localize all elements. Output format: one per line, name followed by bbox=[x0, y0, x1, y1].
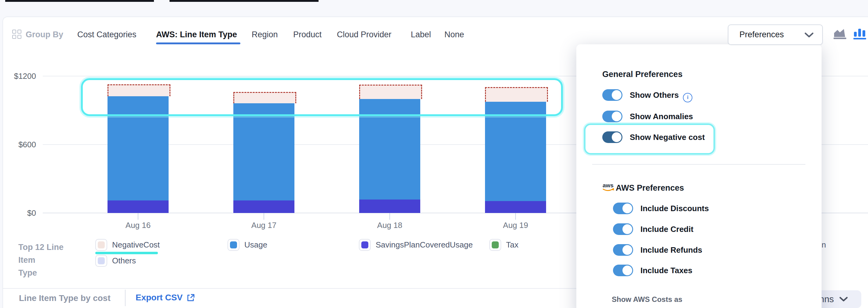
tab-cost-categories[interactable]: Cost Categories bbox=[77, 30, 136, 39]
toggle-label-show-anomalies: Show Anomalies bbox=[630, 111, 693, 122]
toggle-include-discounts[interactable] bbox=[613, 203, 633, 214]
area-chart-icon[interactable] bbox=[833, 28, 847, 41]
svg-text:aws: aws bbox=[602, 182, 614, 188]
bar-segment-usage-aug-18[interactable] bbox=[359, 98, 420, 199]
chevron-down-icon bbox=[804, 32, 814, 38]
table-section-title: Line Item Type by cost bbox=[19, 293, 111, 303]
bar-segment-usage-aug-16[interactable] bbox=[107, 95, 168, 200]
toggle-show-anomalies[interactable] bbox=[602, 111, 622, 122]
legend-title: Top 12 Line Item Type bbox=[18, 241, 83, 279]
toggle-label-show-others: Show Othersi bbox=[630, 89, 692, 102]
toggle-label-include-refunds: Include Refunds bbox=[641, 244, 702, 256]
bar-segment-negativecost-aug-18[interactable] bbox=[359, 85, 422, 99]
browser-edge-strip bbox=[169, 0, 318, 2]
external-link-icon bbox=[186, 293, 195, 302]
chevron-down-icon bbox=[839, 297, 848, 302]
x-axis-label: Aug 17 bbox=[233, 221, 294, 230]
active-tab-underline bbox=[156, 42, 240, 44]
x-axis-tick bbox=[264, 213, 264, 220]
bar-segment-negativecost-aug-19[interactable] bbox=[485, 87, 548, 102]
info-icon[interactable]: i bbox=[683, 93, 692, 102]
bar-segment-savingsplancoveredusage-aug-18[interactable] bbox=[359, 199, 420, 213]
x-axis-tick bbox=[515, 213, 516, 220]
panel-section-divider bbox=[592, 164, 805, 165]
bar-segment-negativecost-aug-16[interactable] bbox=[107, 84, 170, 96]
show-aws-costs-as-label: Show AWS Costs as bbox=[612, 295, 682, 304]
legend-swatch-negativecost bbox=[95, 239, 107, 251]
legend-highlight-underline bbox=[95, 252, 158, 254]
toggle-label-show-negative-cost: Show Negative cost bbox=[630, 131, 705, 143]
tab-product[interactable]: Product bbox=[293, 30, 321, 39]
toggle-label-include-credit: Include Credit bbox=[641, 223, 693, 235]
toggle-include-credit[interactable] bbox=[613, 223, 633, 235]
bar-segment-savingsplancoveredusage-aug-19[interactable] bbox=[485, 201, 546, 213]
toggle-show-negative-cost[interactable] bbox=[602, 131, 622, 143]
tab-label[interactable]: Label bbox=[411, 30, 431, 39]
x-axis-label: Aug 18 bbox=[359, 221, 420, 230]
bar-segment-savingsplancoveredusage-aug-16[interactable] bbox=[107, 201, 168, 213]
footer-separator bbox=[2, 288, 613, 289]
legend-item-negativecost[interactable]: NegativeCost bbox=[95, 239, 160, 250]
y-axis-label: $1200 bbox=[2, 71, 36, 81]
tab-region[interactable]: Region bbox=[252, 30, 278, 39]
legend-swatch-savingsplancoveredusage bbox=[359, 239, 371, 251]
bar-segment-usage-aug-19[interactable] bbox=[485, 101, 546, 201]
bar-segment-savingsplancoveredusage-aug-17[interactable] bbox=[233, 201, 294, 213]
browser-edge-strip bbox=[5, 0, 154, 2]
x-axis-label: Aug 19 bbox=[485, 221, 546, 230]
bar-segment-negativecost-aug-17[interactable] bbox=[233, 92, 296, 103]
legend-swatch-others bbox=[95, 255, 107, 267]
x-axis-tick bbox=[138, 213, 138, 220]
toggle-show-others[interactable] bbox=[602, 89, 622, 101]
general-preferences-heading: General Preferences bbox=[602, 70, 683, 79]
legend-swatch-usage bbox=[227, 239, 240, 251]
toggle-include-refunds[interactable] bbox=[613, 244, 633, 256]
legend-item-usage[interactable]: Usage bbox=[227, 239, 267, 250]
tab-none[interactable]: None bbox=[444, 30, 464, 39]
y-axis-label: $600 bbox=[2, 140, 36, 149]
tab-aws-line-item-type[interactable]: AWS: Line Item Type bbox=[156, 30, 237, 39]
tab-cloud-provider[interactable]: Cloud Provider bbox=[337, 30, 392, 39]
toggle-include-taxes[interactable] bbox=[613, 265, 633, 276]
aws-preferences-heading: AWS Preferences bbox=[616, 183, 684, 193]
legend-overflow-fragment: n bbox=[822, 240, 826, 250]
x-axis-label: Aug 16 bbox=[107, 221, 168, 230]
preferences-dropdown-button[interactable]: Preferences bbox=[728, 25, 823, 45]
bar-chart-icon[interactable] bbox=[853, 28, 868, 41]
dashboard-root: Group By Cost Categories AWS: Line Item … bbox=[0, 0, 868, 308]
footer-vertical-divider bbox=[125, 290, 126, 306]
legend-item-others[interactable]: Others bbox=[95, 255, 136, 266]
legend-item-tax[interactable]: Tax bbox=[489, 239, 518, 250]
toggle-label-include-discounts: Include Discounts bbox=[641, 203, 709, 214]
aws-logo-icon: aws bbox=[602, 182, 616, 194]
toggle-label-include-taxes: Include Taxes bbox=[641, 265, 692, 276]
legend-item-savingsplancoveredusage[interactable]: SavingsPlanCoveredUsage bbox=[359, 239, 473, 250]
bar-segment-usage-aug-17[interactable] bbox=[233, 102, 294, 201]
preferences-button-label: Preferences bbox=[739, 30, 784, 39]
group-by-label: Group By bbox=[26, 30, 63, 39]
legend-swatch-tax bbox=[489, 239, 501, 251]
export-csv-link[interactable]: Export CSV bbox=[135, 293, 195, 303]
x-axis-tick bbox=[390, 213, 390, 220]
y-axis-label: $0 bbox=[2, 208, 36, 218]
group-by-icon bbox=[12, 30, 21, 39]
